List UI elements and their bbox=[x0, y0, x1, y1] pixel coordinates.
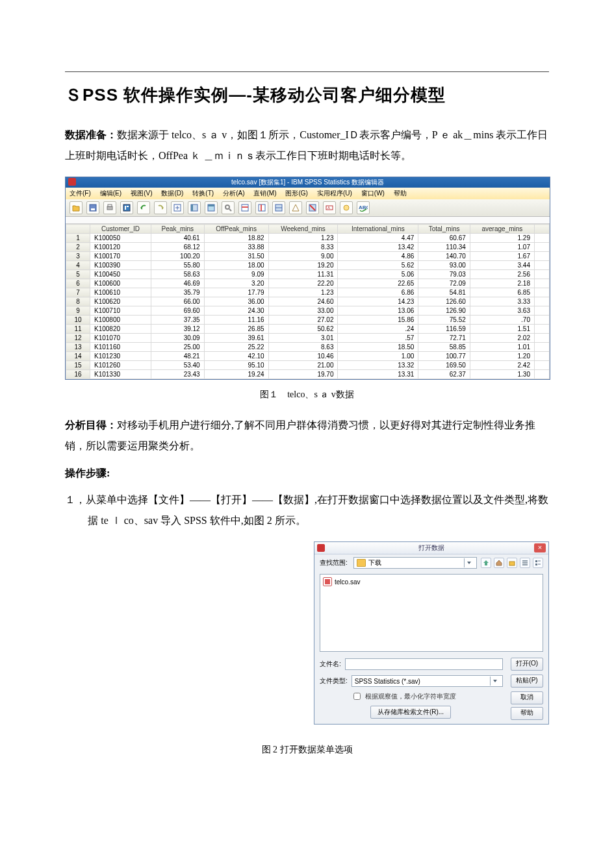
cell[interactable]: 5.06 bbox=[338, 270, 418, 279]
cell[interactable]: 13.06 bbox=[338, 306, 418, 316]
menu-view[interactable]: 视图(V) bbox=[131, 189, 152, 198]
cell[interactable]: K101260 bbox=[90, 361, 151, 370]
menu-transform[interactable]: 转换(T) bbox=[192, 189, 214, 198]
cell[interactable]: 11.16 bbox=[204, 316, 268, 325]
cell[interactable]: K100170 bbox=[90, 252, 151, 261]
cell[interactable]: K101160 bbox=[90, 343, 151, 352]
use-sets-icon[interactable] bbox=[340, 201, 353, 214]
cell[interactable]: 35.79 bbox=[151, 288, 205, 297]
col-international-mins[interactable]: International_mins bbox=[338, 225, 418, 234]
save-icon[interactable] bbox=[86, 201, 99, 214]
cell[interactable]: 12 bbox=[66, 334, 90, 343]
up-folder-icon[interactable] bbox=[481, 558, 491, 568]
cell[interactable]: 16 bbox=[66, 370, 90, 379]
cell[interactable]: 8 bbox=[66, 297, 90, 306]
cell[interactable]: 14.23 bbox=[338, 297, 418, 306]
cell[interactable]: 13.42 bbox=[338, 243, 418, 252]
new-folder-icon[interactable] bbox=[507, 558, 517, 568]
cell[interactable]: 126.90 bbox=[418, 306, 470, 316]
col-customer-id[interactable]: Customer_ID bbox=[90, 225, 151, 234]
cell[interactable]: 13.31 bbox=[338, 370, 418, 379]
detail-view-icon[interactable] bbox=[533, 558, 543, 568]
cell[interactable]: 1.67 bbox=[470, 252, 534, 261]
cell[interactable]: K100620 bbox=[90, 297, 151, 306]
cell[interactable]: 93.00 bbox=[418, 261, 470, 270]
cell[interactable]: K101330 bbox=[90, 370, 151, 379]
cell[interactable]: 18.50 bbox=[338, 343, 418, 352]
cell[interactable]: 10 bbox=[66, 316, 90, 325]
list-view-icon[interactable] bbox=[520, 558, 530, 568]
cell[interactable]: 40.61 bbox=[151, 234, 205, 243]
cell[interactable]: K100820 bbox=[90, 325, 151, 334]
cell[interactable]: 3.44 bbox=[470, 261, 534, 270]
cell[interactable]: 7 bbox=[66, 288, 90, 297]
cell[interactable]: 48.21 bbox=[151, 352, 205, 361]
cell[interactable]: 1.51 bbox=[470, 325, 534, 334]
close-icon[interactable]: × bbox=[534, 543, 546, 552]
cell[interactable]: 22.65 bbox=[338, 279, 418, 288]
cell[interactable]: 2.42 bbox=[470, 361, 534, 370]
cell[interactable]: K100390 bbox=[90, 261, 151, 270]
cell[interactable]: 2 bbox=[66, 243, 90, 252]
cell[interactable]: 62.37 bbox=[418, 370, 470, 379]
cell[interactable]: 1.29 bbox=[470, 234, 534, 243]
cell[interactable]: 17.79 bbox=[204, 288, 268, 297]
menu-graphs[interactable]: 图形(G) bbox=[285, 189, 307, 198]
goto-var-icon[interactable] bbox=[188, 201, 201, 214]
file-item[interactable]: telco.sav bbox=[323, 577, 540, 586]
menu-utilities[interactable]: 实用程序(U) bbox=[317, 189, 352, 198]
menu-direct[interactable]: 直销(M) bbox=[253, 189, 276, 198]
cell[interactable]: 15.86 bbox=[338, 316, 418, 325]
cell[interactable]: 26.85 bbox=[204, 325, 268, 334]
select-cases-icon[interactable] bbox=[306, 201, 319, 214]
cell[interactable]: 13 bbox=[66, 343, 90, 352]
cell[interactable]: 15 bbox=[66, 361, 90, 370]
paste-button[interactable]: 粘贴(P) bbox=[511, 675, 543, 688]
cell[interactable]: 11.31 bbox=[268, 270, 338, 279]
cell[interactable]: 100.20 bbox=[151, 252, 205, 261]
col-offpeak-mins[interactable]: OffPeak_mins bbox=[204, 225, 268, 234]
cell[interactable]: 24.60 bbox=[268, 297, 338, 306]
col-peak-mins[interactable]: Peak_mins bbox=[151, 225, 205, 234]
cell[interactable]: 6 bbox=[66, 279, 90, 288]
lookin-combo[interactable]: 下载 bbox=[353, 557, 477, 569]
menu-edit[interactable]: 编辑(E) bbox=[100, 189, 122, 198]
print-icon[interactable] bbox=[103, 201, 116, 214]
cell[interactable]: 25.00 bbox=[151, 343, 205, 352]
cell[interactable]: K100120 bbox=[90, 243, 151, 252]
cell[interactable]: 79.03 bbox=[418, 270, 470, 279]
cell[interactable]: .57 bbox=[338, 334, 418, 343]
cell[interactable]: 42.10 bbox=[204, 352, 268, 361]
cell[interactable]: 37.35 bbox=[151, 316, 205, 325]
minimize-width-checkbox[interactable] bbox=[353, 693, 361, 700]
cell[interactable]: 69.60 bbox=[151, 306, 205, 316]
cell[interactable]: 46.69 bbox=[151, 279, 205, 288]
cell[interactable]: 58.63 bbox=[151, 270, 205, 279]
retrieve-from-repo-button[interactable]: 从存储库检索文件(R)... bbox=[370, 706, 451, 719]
cell[interactable]: 19.70 bbox=[268, 370, 338, 379]
cell[interactable]: 95.10 bbox=[204, 361, 268, 370]
col-spacer[interactable] bbox=[535, 225, 550, 234]
cell[interactable]: K101070 bbox=[90, 334, 151, 343]
cell[interactable]: 24.30 bbox=[204, 306, 268, 316]
col-total-mins[interactable]: Total_mins bbox=[418, 225, 470, 234]
cell[interactable]: 23.43 bbox=[151, 370, 205, 379]
cell[interactable]: 9 bbox=[66, 306, 90, 316]
cell[interactable]: 1.23 bbox=[268, 234, 338, 243]
cell[interactable]: 4.86 bbox=[338, 252, 418, 261]
cell[interactable]: 126.60 bbox=[418, 297, 470, 306]
cell[interactable]: K100800 bbox=[90, 316, 151, 325]
cell[interactable]: 1 bbox=[66, 234, 90, 243]
split-file-icon[interactable] bbox=[272, 201, 285, 214]
undo-icon[interactable] bbox=[137, 201, 150, 214]
cell[interactable]: 53.40 bbox=[151, 361, 205, 370]
cell[interactable]: 1.23 bbox=[268, 288, 338, 297]
cell[interactable]: 1.01 bbox=[470, 343, 534, 352]
cell[interactable]: 6.85 bbox=[470, 288, 534, 297]
menu-analyze[interactable]: 分析(A) bbox=[223, 189, 244, 198]
cell[interactable]: 66.00 bbox=[151, 297, 205, 306]
weight-icon[interactable] bbox=[289, 201, 302, 214]
cell[interactable]: 25.22 bbox=[204, 343, 268, 352]
cell[interactable]: .70 bbox=[470, 316, 534, 325]
cell[interactable]: 18.00 bbox=[204, 261, 268, 270]
